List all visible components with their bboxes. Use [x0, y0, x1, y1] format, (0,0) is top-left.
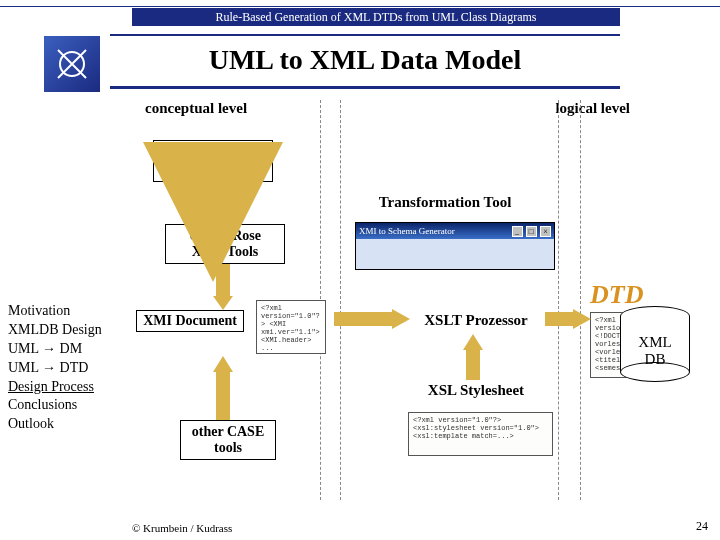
page-number: 24: [696, 519, 708, 534]
toc-item[interactable]: Conclusions: [8, 396, 120, 415]
toc-item[interactable]: XMLDB Design: [8, 321, 120, 340]
column-divider: [340, 100, 341, 500]
node-label: XML DB: [620, 334, 690, 367]
top-rule: [0, 6, 720, 7]
label-transformation-tool: Transformation Tool: [350, 194, 540, 211]
title-rule-bottom: [110, 86, 620, 89]
minimize-icon[interactable]: _: [512, 226, 523, 237]
tool-window-title: XMI to Schema Generator: [359, 226, 455, 236]
maximize-icon[interactable]: □: [526, 226, 537, 237]
window-controls: _ □ ×: [511, 226, 552, 237]
toc-item[interactable]: UML → DTD: [8, 359, 120, 378]
header-subtitle: Rule-Based Generation of XML DTDs from U…: [132, 8, 620, 26]
node-label: XMI Document: [143, 313, 237, 329]
toc-item-active[interactable]: Design Process: [8, 378, 120, 397]
level-conceptual-label: conceptual level: [145, 100, 247, 117]
rose-logo-icon: [200, 162, 226, 178]
page-title: UML to XML Data Model: [110, 44, 620, 76]
column-divider: [580, 100, 581, 500]
label-xslt-processor: XSLT Prozessor: [411, 312, 541, 329]
snippet-xsl: <?xml version="1.0"?> <xsl:stylesheet ve…: [408, 412, 553, 456]
title-rule-top: [110, 34, 620, 36]
snippet-xmi: <?xml version="1.0"?> <XMI xmi.ver="1.1"…: [256, 300, 326, 354]
arrow-icon: [545, 306, 591, 336]
node-other-case-tools: other CASE tools: [180, 420, 276, 460]
node-xml-db: XML DB: [620, 306, 690, 382]
close-icon[interactable]: ×: [540, 226, 551, 237]
toc-item[interactable]: UML → DM: [8, 340, 120, 359]
arrow-icon: [334, 306, 410, 336]
node-rational-rose: Rational Rose: [153, 140, 273, 182]
node-unisys-tools: Unisys Rose XML Tools: [165, 224, 285, 264]
arrow-icon: [210, 264, 236, 314]
node-label: Unisys Rose XML Tools: [172, 228, 278, 260]
level-logical-label: logical level: [555, 100, 630, 117]
toc: Motivation XMLDB Design UML → DM UML → D…: [8, 302, 120, 434]
arrow-icon: [460, 334, 486, 384]
tool-window-titlebar: XMI to Schema Generator _ □ ×: [356, 223, 554, 239]
node-label: Rational Rose: [171, 144, 255, 160]
column-divider: [558, 100, 559, 500]
label-xsl-stylesheet: XSL Stylesheet: [411, 382, 541, 399]
node-label: other CASE tools: [187, 424, 269, 456]
toc-item[interactable]: Outlook: [8, 415, 120, 434]
arrow-icon: [210, 356, 236, 424]
footer-copyright: © Krumbein / Kudrass: [132, 522, 232, 534]
arrow-icon: [200, 182, 226, 228]
slide-logo-icon: [44, 36, 100, 92]
level-row: conceptual level logical level: [120, 100, 660, 122]
toc-item[interactable]: Motivation: [8, 302, 120, 321]
tool-window: XMI to Schema Generator _ □ ×: [355, 222, 555, 270]
